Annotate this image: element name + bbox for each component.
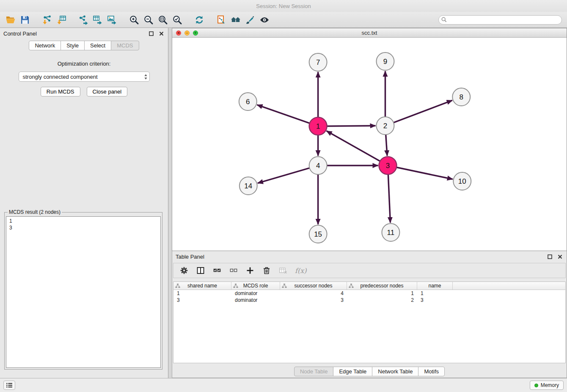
import-table-icon[interactable] bbox=[54, 13, 69, 27]
table-settings-gear-icon[interactable] bbox=[179, 266, 189, 275]
close-panel-button[interactable]: Close panel bbox=[87, 87, 128, 97]
criterion-select[interactable]: strongly connected component bbox=[19, 72, 150, 82]
import-network-icon[interactable] bbox=[40, 13, 54, 27]
mcds-result-line: 1 bbox=[9, 218, 157, 224]
column-header-mcds-role[interactable]: MCDS role bbox=[231, 282, 280, 290]
tab-style[interactable]: Style bbox=[61, 41, 85, 50]
cell-name[interactable]: 1 bbox=[417, 290, 453, 296]
save-session-icon[interactable] bbox=[18, 13, 32, 27]
table-toolbar: f(x) bbox=[173, 263, 566, 278]
refresh-layout-icon[interactable] bbox=[192, 13, 206, 27]
cell-shared-name[interactable]: 3 bbox=[173, 297, 231, 303]
table-row[interactable]: 1 dominator 4 1 1 bbox=[173, 290, 565, 297]
zoom-in-icon[interactable] bbox=[127, 13, 141, 27]
control-panel-title: Control Panel bbox=[3, 30, 37, 37]
memory-status-icon bbox=[534, 384, 538, 387]
add-column-icon[interactable] bbox=[245, 266, 255, 275]
graph-node-label-4: 4 bbox=[316, 162, 320, 170]
cell-name[interactable]: 3 bbox=[417, 297, 453, 303]
zoom-out-icon[interactable] bbox=[141, 13, 156, 27]
application-window: Session: New Session bbox=[0, 0, 567, 392]
zoom-selected-icon[interactable] bbox=[170, 13, 184, 27]
cell-predecessor-nodes[interactable]: 1 bbox=[347, 290, 417, 296]
mcds-result-title: MCDS result (2 nodes) bbox=[8, 209, 62, 215]
tab-node-table[interactable]: Node Table bbox=[294, 367, 334, 376]
open-session-icon[interactable] bbox=[3, 13, 18, 27]
column-type-icon bbox=[175, 283, 180, 288]
graph-edge-1-2[interactable] bbox=[327, 126, 376, 126]
tab-network-table[interactable]: Network Table bbox=[372, 367, 418, 376]
graph-node-label-6: 6 bbox=[246, 98, 250, 106]
graph-edge-3-1[interactable] bbox=[327, 131, 380, 161]
eye-icon[interactable] bbox=[257, 13, 272, 27]
tab-edge-table[interactable]: Edge Table bbox=[333, 367, 372, 376]
export-table-icon[interactable] bbox=[91, 13, 105, 27]
memory-button-label: Memory bbox=[541, 382, 559, 388]
float-table-panel-icon[interactable] bbox=[546, 253, 553, 260]
network-window-titlebar: ✕ − + scc.txt bbox=[172, 28, 567, 38]
panel-splitter[interactable] bbox=[168, 28, 172, 378]
table-panel-tabs: Node Table Edge Table Network Table Moti… bbox=[172, 365, 567, 378]
graph-edge-2-8[interactable] bbox=[394, 100, 452, 123]
float-panel-icon[interactable] bbox=[148, 30, 154, 37]
graph-node-label-9: 9 bbox=[383, 58, 387, 66]
graph-edge-3-10[interactable] bbox=[396, 167, 453, 179]
mcds-result-list[interactable]: 1 3 bbox=[6, 216, 161, 368]
close-table-panel-icon[interactable] bbox=[556, 253, 563, 260]
zoom-fit-icon[interactable] bbox=[156, 13, 170, 27]
graph-node-label-3: 3 bbox=[386, 162, 390, 170]
mcds-result-box: MCDS result (2 nodes) 1 3 bbox=[4, 209, 162, 370]
memory-button[interactable]: Memory bbox=[530, 381, 564, 390]
delete-table-icon bbox=[278, 266, 288, 275]
graph-node-label-7: 7 bbox=[316, 58, 320, 66]
network-canvas[interactable]: 7968124314101511 bbox=[172, 38, 567, 251]
column-type-icon bbox=[349, 283, 354, 288]
mcds-result-line: 3 bbox=[9, 224, 157, 231]
list-icon bbox=[6, 382, 13, 388]
select-spinner-icon bbox=[144, 74, 148, 80]
table-row[interactable]: 3 dominator 3 2 3 bbox=[173, 297, 565, 304]
node-table: shared name MCDS role successor nodes bbox=[173, 282, 566, 363]
cell-mcds-role[interactable]: dominator bbox=[231, 290, 280, 296]
deselect-all-columns-icon[interactable] bbox=[229, 266, 238, 275]
network-graph[interactable]: 7968124314101511 bbox=[172, 38, 567, 251]
column-header-successor-nodes[interactable]: successor nodes bbox=[280, 282, 347, 290]
first-neighbors-icon[interactable] bbox=[214, 13, 228, 27]
graph-node-label-2: 2 bbox=[383, 122, 387, 130]
search-input[interactable] bbox=[438, 15, 562, 25]
cell-mcds-role[interactable]: dominator bbox=[231, 297, 280, 303]
export-image-icon[interactable] bbox=[105, 13, 119, 27]
tab-network[interactable]: Network bbox=[29, 41, 61, 50]
tab-select[interactable]: Select bbox=[84, 41, 111, 50]
export-network-icon[interactable] bbox=[76, 13, 91, 27]
window-zoom-icon[interactable]: + bbox=[193, 30, 198, 36]
control-panel-header: Control Panel bbox=[0, 28, 168, 39]
cell-successor-nodes[interactable]: 3 bbox=[280, 297, 347, 303]
graph-edge-4-14[interactable] bbox=[258, 168, 310, 183]
show-columns-icon[interactable] bbox=[196, 266, 205, 275]
task-history-button[interactable] bbox=[3, 381, 15, 390]
column-header-predecessor-nodes[interactable]: predecessor nodes bbox=[347, 282, 417, 290]
column-header-shared-name[interactable]: shared name bbox=[173, 282, 231, 290]
home-icon[interactable] bbox=[228, 13, 243, 27]
graph-edge-2-3[interactable] bbox=[386, 135, 387, 156]
graph-edge-1-6[interactable] bbox=[257, 105, 309, 124]
tab-motifs[interactable]: Motifs bbox=[418, 367, 445, 376]
column-header-name[interactable]: name bbox=[417, 282, 453, 290]
graph-node-label-1: 1 bbox=[316, 122, 320, 130]
cell-shared-name[interactable]: 1 bbox=[173, 290, 231, 296]
criterion-selected-value: strongly connected component bbox=[23, 74, 144, 80]
select-all-columns-icon[interactable] bbox=[212, 266, 222, 275]
close-panel-icon[interactable] bbox=[158, 30, 165, 37]
graph-node-label-14: 14 bbox=[244, 182, 252, 190]
cell-successor-nodes[interactable]: 4 bbox=[280, 290, 347, 296]
delete-column-icon[interactable] bbox=[262, 266, 271, 275]
paint-icon[interactable] bbox=[243, 13, 257, 27]
graph-node-label-8: 8 bbox=[460, 93, 463, 101]
window-close-icon[interactable]: ✕ bbox=[176, 30, 181, 36]
run-mcds-button[interactable]: Run MCDS bbox=[41, 87, 80, 97]
graph-edge-3-11[interactable] bbox=[388, 174, 390, 223]
window-minimize-icon[interactable]: − bbox=[184, 30, 190, 36]
cell-predecessor-nodes[interactable]: 2 bbox=[347, 297, 417, 303]
tab-mcds[interactable]: MCDS bbox=[111, 41, 139, 50]
